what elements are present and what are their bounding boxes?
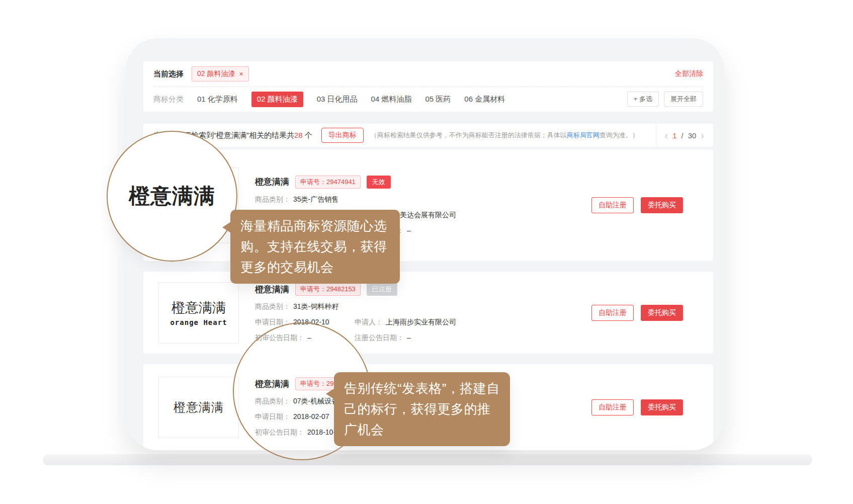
field-category: 商品类别：35类-广告销售 <box>255 195 338 204</box>
page-separator: / <box>681 131 683 140</box>
trademark-office-link[interactable]: 商标局官网 <box>567 131 600 139</box>
next-page-icon[interactable]: › <box>701 130 704 140</box>
results-count: 28 <box>294 131 303 139</box>
trademark-thumbnail: 橙意满满 orange Heart <box>158 282 239 344</box>
callout-text: 告别传统“发表格”，搭建自己的标行，获得更多的推广机会 <box>344 381 500 437</box>
disclaimer-prefix: （商标检索结果仅供参考，不作为商标能否注册的法律依据；具体以 <box>371 131 567 139</box>
row-actions: 自助注册 委托购买 <box>591 197 683 213</box>
total-pages: 30 <box>688 131 697 140</box>
application-number-value: 29474941 <box>326 178 356 186</box>
category-tab-04[interactable]: 04 燃料油脂 <box>371 95 412 104</box>
trademark-image-subtext: orange Heart <box>170 318 227 326</box>
entrust-purchase-button[interactable]: 委托购买 <box>641 399 683 415</box>
current-selection-label: 当前选择 <box>153 69 184 79</box>
category-tab-01[interactable]: 01 化学原料 <box>197 95 238 104</box>
selected-filter-tag-label: 02 颜料油漆 <box>197 69 235 78</box>
row-actions: 自助注册 委托购买 <box>591 305 683 321</box>
category-tab-03[interactable]: 03 日化用品 <box>317 95 358 104</box>
multi-select-button[interactable]: + 多选 <box>627 92 659 107</box>
status-badge: 已注册 <box>367 283 397 296</box>
category-tab-02-selected[interactable]: 02 颜料油漆 <box>251 92 303 107</box>
field-registration-publication: 注册公告日期：– <box>355 333 411 343</box>
callout-bubble-promotion: 告别传统“发表格”，搭建自己的标行，获得更多的推广机会 <box>334 372 510 446</box>
self-register-button[interactable]: 自助注册 <box>591 197 634 213</box>
category-row: 商标分类 01 化学原料 02 颜料油漆 03 日化用品 04 燃料油脂 05 … <box>153 87 703 111</box>
category-tab-06[interactable]: 06 金属材料 <box>464 95 505 104</box>
clear-all-button[interactable]: 全部清除 <box>675 69 703 78</box>
category-label: 商标分类 <box>153 95 184 104</box>
magnified-trademark-text: 橙意满满 <box>129 182 215 210</box>
trademark-name[interactable]: 橙意满满 <box>255 176 289 188</box>
application-number-tag: 申请号：29474941 <box>295 176 361 189</box>
application-number-value: 29482153 <box>326 285 356 293</box>
field-applicant: 申请人：上海雨步实业有限公司 <box>355 318 456 327</box>
row-actions: 自助注册 委托购买 <box>591 399 683 415</box>
page-background: 当前选择 02 颜料油漆 × 全部清除 商标分类 01 化学原料 02 颜料油漆… <box>0 0 853 504</box>
results-header: 当前分类下检索到“橙意满满”相关的结果共28 个 导出商标 （商标检索结果仅供参… <box>143 124 713 147</box>
filter-panel: 当前选择 02 颜料油漆 × 全部清除 商标分类 01 化学原料 02 颜料油漆… <box>143 61 713 112</box>
pagination: ‹ 1 / 30 › <box>656 124 713 147</box>
application-number-label: 申请号： <box>300 285 326 293</box>
trademark-thumbnail: 橙意满满 <box>158 377 239 438</box>
current-selection-row: 当前选择 02 颜料油漆 × 全部清除 <box>153 61 703 87</box>
status-badge: 无效 <box>367 176 391 189</box>
callout-bubble-marketplace: 海量精品商标资源随心选购。支持在线交易，获得更多的交易机会 <box>230 210 400 284</box>
tag-close-icon[interactable]: × <box>239 70 243 78</box>
results-summary-suffix: 个 <box>303 131 312 139</box>
callout-text: 海量精品商标资源随心选购。支持在线交易，获得更多的交易机会 <box>240 218 387 275</box>
selected-filter-tag[interactable]: 02 颜料油漆 × <box>192 66 249 81</box>
prev-page-icon[interactable]: ‹ <box>664 130 668 140</box>
self-register-button[interactable]: 自助注册 <box>591 305 634 321</box>
disclaimer-note: （商标检索结果仅供参考，不作为商标能否注册的法律依据；具体以商标局官网查询为准。… <box>371 131 639 140</box>
self-register-button[interactable]: 自助注册 <box>591 399 634 415</box>
entrust-purchase-button[interactable]: 委托购买 <box>641 197 683 213</box>
trademark-name[interactable]: 橙意满满 <box>255 284 289 295</box>
callout-tail <box>326 388 334 399</box>
entrust-purchase-button[interactable]: 委托购买 <box>641 305 683 321</box>
field-category: 商品类别：31类-饲料种籽 <box>255 302 338 311</box>
magnifier-circle-1: 橙意满满 <box>107 131 237 262</box>
laptop-base <box>43 454 812 465</box>
disclaimer-suffix: 查询为准。） <box>600 131 639 139</box>
result-row: 橙意满满 orange Heart 橙意满满 申请号：29482153 已注册 … <box>143 272 713 354</box>
category-tab-05[interactable]: 05 医药 <box>425 95 451 104</box>
application-number-label: 申请号： <box>300 178 326 186</box>
expand-all-button[interactable]: 展开全部 <box>664 92 703 107</box>
trademark-image-text: 橙意满满 <box>174 399 224 415</box>
callout-tail <box>222 222 231 233</box>
trademark-image-text: 橙意满满 <box>172 299 226 317</box>
export-trademarks-button[interactable]: 导出商标 <box>321 128 364 143</box>
current-page: 1 <box>672 131 676 140</box>
application-number-tag: 申请号：29482153 <box>295 283 361 296</box>
